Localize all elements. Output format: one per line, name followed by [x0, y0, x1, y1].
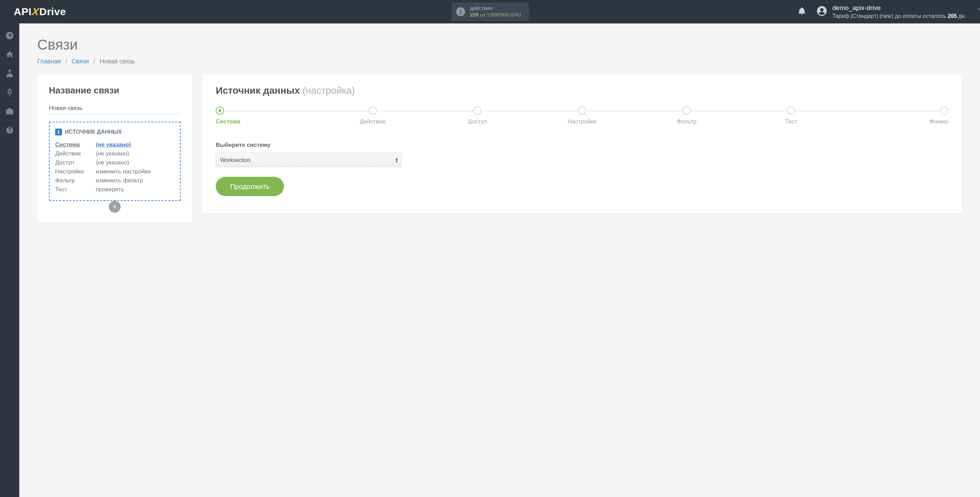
side-rail: [0, 24, 19, 236]
tariff-suffix: дн.: [957, 13, 966, 19]
page-title: Связи: [37, 37, 962, 53]
user-tariff: Тариф |Стандарт| (new) до оплаты осталос…: [832, 13, 966, 20]
tariff-days: 265: [948, 13, 957, 19]
step-label: Настройки: [568, 118, 596, 125]
right-heading: Источник данных (настройка): [216, 85, 948, 96]
select-system[interactable]: Worksection: [216, 153, 402, 167]
select-system-wrap: Worksection ▲▼: [216, 153, 402, 167]
bell-icon[interactable]: [797, 6, 806, 17]
continue-button[interactable]: Продолжить: [216, 177, 284, 196]
row-val: (не указано): [96, 150, 129, 157]
actions-counter[interactable]: i действия: 229 из 1'000'000 (0%): [452, 2, 529, 21]
crumb-home[interactable]: Главная: [37, 58, 61, 65]
rail-help[interactable]: [0, 121, 19, 140]
row-key: Система: [55, 141, 91, 148]
logo-api: API: [14, 6, 32, 18]
step-settings[interactable]: Настройки: [530, 107, 635, 125]
actions-line2: 229 из 1'000'000 (0%): [470, 12, 521, 18]
rail-home[interactable]: [0, 45, 19, 64]
step-label: Действие: [360, 118, 386, 125]
step-label: Фильтр: [677, 118, 697, 125]
step-label: Доступ: [468, 118, 487, 125]
step-dot: [682, 107, 691, 115]
select-system-label: Выберите систему: [216, 142, 948, 148]
step-label: Система: [216, 118, 240, 125]
tariff-prefix: Тариф |Стандарт| (new) до оплаты осталос…: [832, 13, 948, 19]
source-row-filter[interactable]: Фильтр изменить фильтр: [55, 176, 174, 185]
step-action[interactable]: Действие: [320, 107, 425, 125]
rail-billing[interactable]: [0, 83, 19, 102]
connection-name-input[interactable]: [49, 104, 181, 114]
source-row-action[interactable]: Действие (не указано): [55, 149, 174, 158]
columns: Название связи 1 ИСТОЧНИК ДАННЫХ Система…: [37, 74, 962, 222]
step-dot: [940, 107, 948, 115]
avatar-icon: [816, 5, 828, 18]
step-finish[interactable]: Финиш: [843, 107, 948, 125]
user-text: demo_apix-drive Тариф |Стандарт| (new) д…: [832, 3, 966, 20]
row-val: (не указано): [96, 159, 129, 166]
source-box: 1 ИСТОЧНИК ДАННЫХ Система (не указано) Д…: [49, 122, 181, 201]
source-row-settings[interactable]: Настройки изменить настройки: [55, 167, 174, 176]
crumb-sep: /: [65, 58, 67, 65]
step-dot: [216, 107, 224, 115]
row-val: проверить: [96, 186, 124, 193]
card-connection-name: Название связи 1 ИСТОЧНИК ДАННЫХ Система…: [37, 74, 192, 222]
actions-label: действия:: [470, 5, 521, 12]
row-key: Доступ: [55, 159, 91, 166]
source-box-title: 1 ИСТОЧНИК ДАННЫХ: [55, 129, 174, 135]
actions-text: действия: 229 из 1'000'000 (0%): [470, 5, 521, 18]
breadcrumb: Главная / Связи / Новая связь: [37, 58, 962, 65]
actions-total: 1'000'000: [487, 12, 509, 18]
row-val: (не указано): [96, 141, 131, 148]
stepper: Система Действие Доступ Настройки Фильтр: [216, 107, 948, 125]
logo[interactable]: APIXDrive: [14, 6, 66, 18]
logo-drive: Drive: [39, 6, 66, 18]
crumb-current: Новая связь: [100, 58, 135, 65]
source-row-test[interactable]: Тест проверить: [55, 185, 174, 194]
card-source-setup: Источник данных (настройка) Система Дейс…: [202, 74, 962, 213]
step-filter[interactable]: Фильтр: [635, 107, 739, 125]
crumb-sep: /: [93, 58, 95, 65]
user-menu[interactable]: demo_apix-drive Тариф |Стандарт| (new) д…: [816, 3, 966, 20]
add-step-button[interactable]: +: [109, 201, 121, 213]
main-content: Связи Главная / Связи / Новая связь Назв…: [19, 24, 980, 236]
actions-iz: из: [480, 12, 485, 18]
source-rows: Система (не указано) Действие (не указан…: [55, 140, 174, 194]
actions-count: 229: [470, 12, 479, 18]
source-box-label: ИСТОЧНИК ДАННЫХ: [65, 129, 122, 135]
source-row-system[interactable]: Система (не указано): [55, 140, 174, 149]
app-header: APIXDrive i действия: 229 из 1'000'000 (…: [0, 0, 980, 24]
step-dot: [578, 107, 586, 115]
rail-briefcase[interactable]: [0, 102, 19, 121]
step-label: Финиш: [929, 118, 948, 125]
right-heading-light: (настройка): [302, 85, 355, 96]
header-right: demo_apix-drive Тариф |Стандарт| (new) д…: [797, 3, 966, 20]
user-name: demo_apix-drive: [832, 3, 966, 13]
row-key: Действие: [55, 150, 91, 157]
step-test[interactable]: Тест: [739, 107, 844, 125]
chevron-down-icon[interactable]: [977, 8, 980, 12]
step-label: Тест: [785, 118, 797, 125]
rail-connections[interactable]: [0, 64, 19, 83]
source-num-badge: 1: [55, 129, 62, 135]
row-val: изменить фильтр: [96, 177, 143, 184]
source-row-access[interactable]: Доступ (не указано): [55, 158, 174, 167]
row-val: изменить настройки: [96, 168, 151, 175]
logo-x: X: [31, 6, 40, 18]
step-dot: [787, 107, 795, 115]
left-heading: Название связи: [49, 85, 181, 96]
actions-pct: (0%): [510, 12, 521, 18]
info-icon: i: [456, 7, 465, 16]
step-dot: [473, 107, 481, 115]
right-heading-main: Источник данных: [216, 85, 302, 96]
step-access[interactable]: Доступ: [425, 107, 530, 125]
rail-enter[interactable]: [0, 26, 19, 45]
step-dot: [369, 107, 377, 115]
step-system[interactable]: Система: [216, 107, 320, 125]
row-key: Тест: [55, 186, 91, 193]
row-key: Настройки: [55, 168, 91, 175]
crumb-links[interactable]: Связи: [72, 58, 89, 65]
row-key: Фильтр: [55, 177, 91, 184]
